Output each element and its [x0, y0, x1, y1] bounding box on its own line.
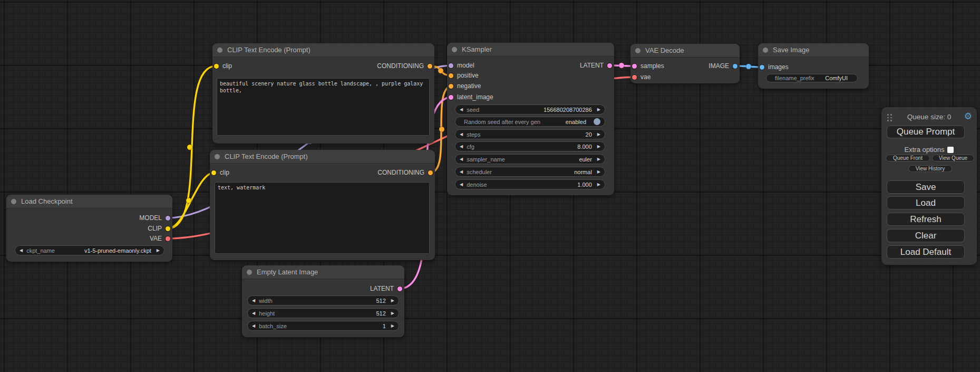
input-slot-images[interactable]: images — [760, 63, 789, 71]
load-button[interactable]: Load — [887, 196, 965, 209]
view-history-button[interactable]: View History — [908, 165, 952, 172]
conditioning-port-icon[interactable] — [449, 73, 453, 78]
node-vae-decode[interactable]: VAE Decode samples vae IMAGE — [630, 44, 740, 83]
output-slot-latent[interactable]: LATENT — [580, 62, 612, 69]
node-titlebar[interactable]: VAE Decode — [630, 44, 740, 58]
latent-port-icon[interactable] — [632, 64, 637, 69]
node-titlebar[interactable]: KSampler — [447, 43, 614, 56]
comfyui-canvas[interactable]: { "colors": { "model": "#B39DDB", "clip"… — [0, 0, 980, 372]
extra-options-checkbox[interactable] — [947, 147, 954, 153]
load-default-button[interactable]: Load Default — [887, 245, 965, 259]
input-slot-model[interactable]: model — [449, 62, 474, 69]
right-arrow-icon[interactable]: ▶ — [597, 170, 600, 174]
sampler-name-widget[interactable]: ◀ sampler_name euler ▶ — [455, 154, 605, 164]
input-slot-vae[interactable]: vae — [632, 73, 651, 81]
left-arrow-icon[interactable]: ◀ — [252, 324, 255, 328]
right-arrow-icon[interactable]: ▶ — [391, 299, 394, 303]
cfg-widget[interactable]: ◀ cfg 8.000 ▶ — [455, 141, 605, 151]
right-arrow-icon[interactable]: ▶ — [597, 183, 600, 187]
collapse-dot-icon[interactable] — [635, 48, 641, 53]
seed-widget[interactable]: ◀ seed 156680208700286 ▶ — [455, 104, 605, 115]
input-slot-latent-image[interactable]: latent_image — [449, 93, 493, 101]
node-titlebar[interactable]: CLIP Text Encode (Prompt) — [212, 43, 434, 57]
conditioning-port-icon[interactable] — [449, 84, 453, 89]
settings-gear-icon[interactable]: ⚙ — [964, 111, 972, 122]
left-arrow-icon[interactable]: ◀ — [460, 132, 463, 137]
output-slot-vae[interactable]: VAE — [150, 235, 170, 242]
output-slot-conditioning[interactable]: CONDITIONING — [377, 169, 433, 176]
right-arrow-icon[interactable]: ▶ — [391, 311, 394, 316]
left-arrow-icon[interactable]: ◀ — [460, 157, 463, 161]
output-slot-image[interactable]: IMAGE — [709, 62, 738, 70]
negative-prompt-textarea[interactable]: text, watermark — [215, 182, 430, 254]
drag-handle-icon[interactable] — [887, 114, 892, 121]
right-arrow-icon[interactable]: ▶ — [597, 132, 600, 137]
left-arrow-icon[interactable]: ◀ — [460, 145, 463, 149]
node-ksampler[interactable]: KSampler model positive negative latent_… — [447, 43, 614, 195]
output-slot-conditioning[interactable]: CONDITIONING — [377, 62, 432, 70]
clear-button[interactable]: Clear — [887, 229, 965, 242]
collapse-dot-icon[interactable] — [215, 154, 220, 159]
node-clip-text-encode-positive[interactable]: CLIP Text Encode (Prompt) clip CONDITION… — [212, 43, 434, 144]
latent-port-icon[interactable] — [607, 63, 612, 68]
left-arrow-icon[interactable]: ◀ — [460, 183, 463, 187]
latent-port-icon[interactable] — [397, 287, 402, 291]
queue-front-button[interactable]: Queue Front — [886, 155, 930, 161]
input-slot-samples[interactable]: samples — [632, 62, 664, 70]
model-port-icon[interactable] — [166, 216, 170, 221]
right-arrow-icon[interactable]: ▶ — [597, 157, 600, 161]
ckpt-name-widget[interactable]: ◀ ckpt_name v1-5-pruned-emaonly.ckpt ▶ — [15, 245, 164, 255]
node-titlebar[interactable]: Save Image — [758, 43, 869, 57]
input-slot-clip[interactable]: clip — [211, 169, 229, 176]
clip-port-icon[interactable] — [214, 64, 219, 69]
view-queue-button[interactable]: View Queue — [932, 155, 974, 161]
save-button[interactable]: Save — [887, 180, 965, 194]
model-port-icon[interactable] — [449, 63, 453, 68]
collapse-dot-icon[interactable] — [217, 47, 222, 53]
right-arrow-icon[interactable]: ▶ — [597, 145, 600, 149]
left-arrow-icon[interactable]: ◀ — [460, 108, 463, 112]
node-save-image[interactable]: Save Image images filename_prefix ComfyU… — [758, 43, 869, 89]
input-slot-clip[interactable]: clip — [214, 62, 232, 70]
input-slot-positive[interactable]: positive — [449, 72, 479, 79]
clip-port-icon[interactable] — [166, 226, 170, 231]
collapse-dot-icon[interactable] — [763, 47, 768, 53]
right-arrow-icon[interactable]: ▶ — [157, 249, 160, 253]
right-arrow-icon[interactable]: ▶ — [597, 108, 600, 112]
right-arrow-icon[interactable]: ▶ — [391, 324, 394, 328]
filename-prefix-widget[interactable]: filename_prefix ComfyUI — [766, 74, 858, 82]
width-widget[interactable]: ◀ width 512 ▶ — [247, 295, 399, 306]
height-widget[interactable]: ◀ height 512 ▶ — [247, 308, 399, 318]
denoise-widget[interactable]: ◀ denoise 1.000 ▶ — [455, 179, 605, 189]
collapse-dot-icon[interactable] — [452, 47, 457, 52]
output-slot-clip[interactable]: CLIP — [148, 225, 170, 232]
conditioning-port-icon[interactable] — [428, 170, 433, 175]
node-empty-latent-image[interactable]: Empty Latent Image LATENT ◀ width 512 ▶ … — [242, 265, 404, 337]
node-titlebar[interactable]: CLIP Text Encode (Prompt) — [210, 150, 435, 164]
node-load-checkpoint[interactable]: Load Checkpoint MODEL CLIP VAE ◀ ckpt_na… — [6, 195, 172, 262]
input-slot-negative[interactable]: negative — [449, 82, 481, 90]
node-load-checkpoint-titlebar[interactable]: Load Checkpoint — [6, 195, 172, 208]
clip-port-icon[interactable] — [211, 170, 216, 175]
vae-port-icon[interactable] — [166, 236, 170, 241]
latent-port-icon[interactable] — [449, 95, 453, 100]
random-seed-toggle[interactable] — [594, 118, 600, 125]
left-arrow-icon[interactable]: ◀ — [252, 311, 255, 316]
queue-prompt-button[interactable]: Queue Prompt — [887, 126, 965, 138]
steps-widget[interactable]: ◀ steps 20 ▶ — [455, 129, 605, 139]
left-arrow-icon[interactable]: ◀ — [20, 249, 23, 253]
positive-prompt-textarea[interactable]: beautiful scenery nature glass bottle la… — [217, 78, 430, 136]
image-port-icon[interactable] — [760, 65, 764, 70]
random-seed-widget[interactable]: Random seed after every gen enabled — [455, 117, 605, 127]
vae-port-icon[interactable] — [632, 75, 637, 80]
node-titlebar[interactable]: Empty Latent Image — [242, 265, 404, 279]
conditioning-port-icon[interactable] — [428, 64, 432, 69]
collapse-dot-icon[interactable] — [247, 270, 252, 275]
left-arrow-icon[interactable]: ◀ — [460, 170, 463, 174]
refresh-button[interactable]: Refresh — [887, 213, 965, 226]
queue-panel-header[interactable]: Queue size: 0 ⚙ — [881, 112, 977, 122]
left-arrow-icon[interactable]: ◀ — [252, 299, 255, 303]
collapse-dot-icon[interactable] — [11, 199, 16, 204]
output-slot-model[interactable]: MODEL — [139, 214, 170, 222]
scheduler-widget[interactable]: ◀ scheduler normal ▶ — [455, 167, 605, 177]
